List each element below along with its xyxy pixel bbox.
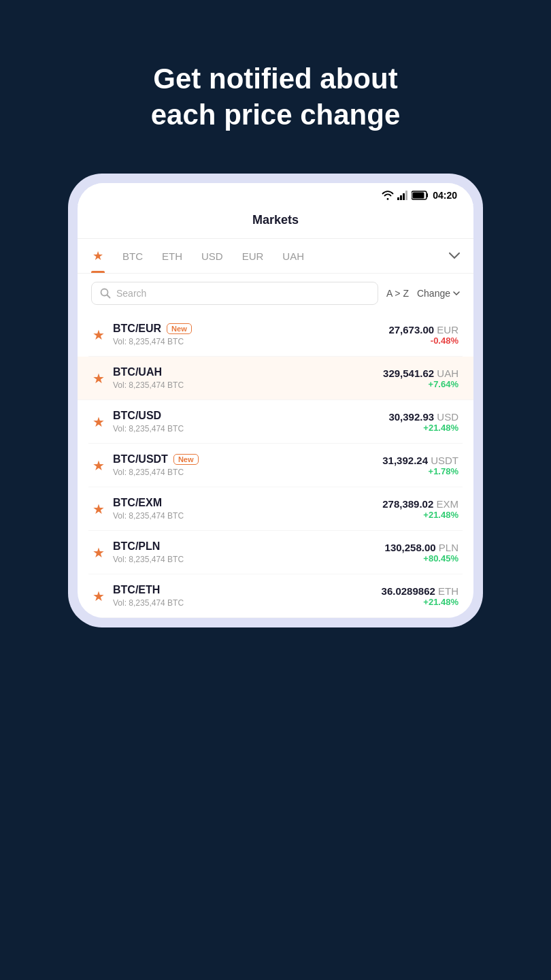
status-time: 04:20 [433,190,457,201]
market-vol: Vol: 8,235,474 BTC [113,468,382,477]
market-price-col: 36.0289862 ETH +21.48% [382,585,458,607]
market-info: BTC/PLN Vol: 8,235,474 BTC [113,540,385,564]
tab-usd[interactable]: USD [200,241,224,272]
market-change: -0.48% [388,336,458,346]
market-change: +7.64% [383,379,458,389]
search-placeholder: Search [116,288,146,299]
market-name-row: BTC/EUR New [113,323,388,335]
favorite-star-icon[interactable]: ★ [93,414,105,430]
svg-rect-1 [400,195,402,200]
phone-frame: 04:20 Markets ★ BTC ETH USD EUR [68,174,483,627]
tabs-more-button[interactable] [449,250,460,261]
favorite-star-icon[interactable]: ★ [93,501,105,517]
svg-rect-2 [403,193,405,200]
market-price-col: 31,392.24 USDT +1.78% [382,455,458,476]
market-info: BTC/USDT New Vol: 8,235,474 BTC [113,453,382,477]
market-vol: Vol: 8,235,474 BTC [113,598,382,608]
status-bar: 04:20 [78,183,473,205]
market-row[interactable]: ★ BTC/USD Vol: 8,235,474 BTC 30,392.93 U… [88,400,463,444]
market-row[interactable]: ★ BTC/EUR New Vol: 8,235,474 BTC 27,673.… [88,313,463,357]
price-currency: PLN [439,542,458,553]
market-change: +80.45% [385,553,458,564]
search-icon [100,288,111,299]
sort-chevron-icon [453,291,460,295]
market-vol: Vol: 8,235,474 BTC [113,511,382,521]
tab-btc[interactable]: BTC [121,241,144,272]
market-name-row: BTC/UAH [113,366,383,378]
screen-title: Markets [252,213,299,227]
favorite-star-icon[interactable]: ★ [93,544,105,561]
headline: Get notified about each price change [97,61,455,133]
favorite-star-icon[interactable]: ★ [93,327,105,343]
market-name-row: BTC/PLN [113,540,385,553]
price-currency: EUR [437,324,458,336]
market-name: BTC/USDT [113,453,168,466]
market-change: +21.48% [382,510,458,520]
market-name-row: BTC/USD [113,410,388,422]
favorite-star-icon[interactable]: ★ [93,370,105,387]
sort-change-button[interactable]: Change [417,288,460,299]
filter-row: Search A > Z Change [78,274,473,313]
market-price-col: 130,258.00 PLN +80.45% [385,542,458,564]
market-price-col: 27,673.00 EUR -0.48% [388,324,458,346]
tab-uah[interactable]: UAH [281,241,305,272]
tabs-row: ★ BTC ETH USD EUR UAH [78,239,473,274]
market-list: ★ BTC/EUR New Vol: 8,235,474 BTC 27,673.… [78,313,473,618]
svg-rect-5 [413,193,424,199]
wifi-icon [382,191,394,200]
market-info: BTC/USD Vol: 8,235,474 BTC [113,410,388,434]
phone-screen: 04:20 Markets ★ BTC ETH USD EUR [78,183,473,618]
market-info: BTC/UAH Vol: 8,235,474 BTC [113,366,383,390]
new-badge: New [173,454,199,465]
market-vol: Vol: 8,235,474 BTC [113,555,385,564]
price-currency: ETH [438,585,458,597]
market-row[interactable]: ★ BTC/UAH Vol: 8,235,474 BTC 329,541.62 … [78,357,473,400]
market-name: BTC/EXM [113,497,162,509]
price-currency: EXM [436,498,458,510]
market-price-col: 278,389.02 EXM +21.48% [382,498,458,520]
market-price: 30,392.93 USD [388,411,458,423]
market-price: 329,541.62 UAH [383,368,458,379]
market-row[interactable]: ★ BTC/PLN Vol: 8,235,474 BTC 130,258.00 … [88,531,463,574]
market-info: BTC/EXM Vol: 8,235,474 BTC [113,497,382,521]
market-name-row: BTC/ETH [113,584,382,596]
market-price: 278,389.02 EXM [382,498,458,510]
signal-icon [397,191,408,200]
market-name: BTC/USD [113,410,161,422]
search-box[interactable]: Search [91,282,378,305]
market-change: +1.78% [382,466,458,476]
price-currency: USDT [431,455,458,466]
market-price: 130,258.00 PLN [385,542,458,553]
market-name: BTC/UAH [113,366,162,378]
market-row[interactable]: ★ BTC/ETH Vol: 8,235,474 BTC 36.0289862 … [88,574,463,618]
market-change: +21.48% [388,423,458,433]
market-vol: Vol: 8,235,474 BTC [113,424,388,434]
market-vol: Vol: 8,235,474 BTC [113,380,383,390]
market-name: BTC/PLN [113,540,160,553]
market-row[interactable]: ★ BTC/EXM Vol: 8,235,474 BTC 278,389.02 … [88,487,463,531]
market-price-col: 329,541.62 UAH +7.64% [383,368,458,389]
market-info: BTC/EUR New Vol: 8,235,474 BTC [113,323,388,346]
favorite-star-icon[interactable]: ★ [93,457,105,474]
svg-rect-3 [405,191,407,200]
price-currency: UAH [437,368,458,379]
market-vol: Vol: 8,235,474 BTC [113,337,388,346]
svg-rect-0 [397,197,399,200]
market-name-row: BTC/USDT New [113,453,382,466]
price-currency: USD [437,411,458,423]
market-price: 36.0289862 ETH [382,585,458,597]
battery-icon [412,191,429,200]
tab-eth[interactable]: ETH [161,241,184,272]
market-name: BTC/EUR [113,323,161,335]
market-name: BTC/ETH [113,584,160,596]
new-badge: New [167,323,192,334]
market-name-row: BTC/EXM [113,497,382,509]
sort-az-button[interactable]: A > Z [386,288,409,299]
status-icons: 04:20 [382,190,457,201]
screen-header: Markets [78,205,473,239]
tab-star[interactable]: ★ [91,239,105,273]
market-row[interactable]: ★ BTC/USDT New Vol: 8,235,474 BTC 31,392… [88,444,463,487]
favorite-star-icon[interactable]: ★ [93,588,105,604]
market-price-col: 30,392.93 USD +21.48% [388,411,458,433]
tab-eur[interactable]: EUR [241,241,265,272]
